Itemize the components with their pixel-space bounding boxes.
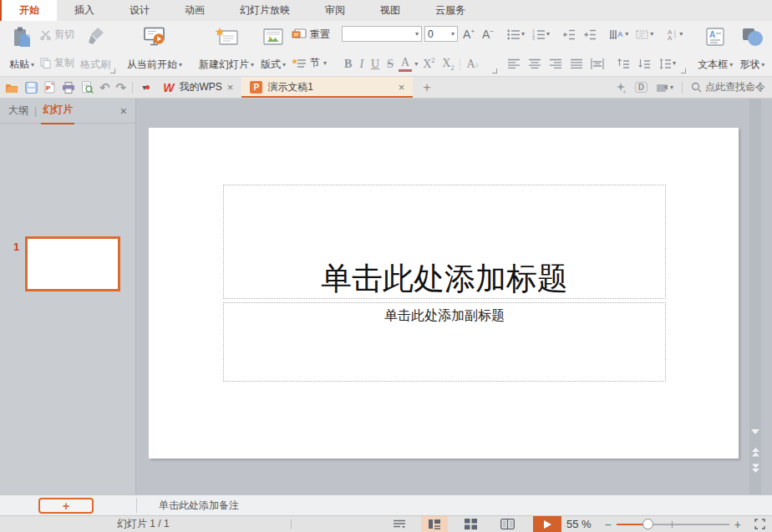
decrease-indent-button[interactable] (560, 26, 578, 43)
layout-button[interactable]: 版式▾ (257, 24, 289, 73)
font-color-dropdown-icon[interactable]: ▾ (414, 61, 418, 68)
reset-button[interactable]: 重置 (289, 27, 333, 43)
font-dialog-launcher-icon[interactable] (492, 68, 497, 73)
clear-format-button[interactable]: A◊ (464, 58, 480, 71)
fit-slide-button[interactable] (746, 519, 772, 529)
align-right-button[interactable] (546, 55, 565, 72)
find-command-box[interactable]: 点此查找命令 (691, 80, 765, 94)
paragraph-dialog-launcher-icon[interactable] (681, 68, 686, 73)
new-slide-button[interactable]: 新建幻灯片▾ (196, 24, 257, 73)
menu-tab-view[interactable]: 视图 (363, 0, 418, 21)
font-color-button[interactable]: A (399, 56, 412, 72)
bold-button[interactable]: B (342, 58, 354, 71)
title-placeholder[interactable]: 单击此处添加标题 (223, 185, 666, 299)
tab-slides[interactable]: 幻灯片 (43, 103, 73, 119)
tab-my-wps-close-icon[interactable]: × (227, 81, 234, 94)
previous-slide-icon[interactable] (751, 447, 760, 457)
customize-toolbar-dropdown-icon[interactable]: ▾ (139, 84, 150, 92)
subscript-button[interactable]: X2 (439, 57, 456, 72)
paste-dropdown-icon[interactable]: ▾ (31, 62, 34, 68)
shrink-font-button[interactable]: A− (480, 28, 496, 41)
numbering-dropdown-icon[interactable]: ▾ (546, 31, 550, 38)
panel-close-icon[interactable]: × (120, 104, 127, 118)
from-current-dropdown-icon[interactable]: ▾ (179, 62, 182, 68)
bullet-dropdown-icon[interactable]: ▾ (521, 31, 525, 38)
menu-tab-slideshow[interactable]: 幻灯片放映 (222, 0, 307, 21)
zoom-slider[interactable] (617, 524, 729, 525)
undo-icon[interactable]: ↶ (99, 81, 110, 94)
copy-button[interactable]: 复制 (38, 55, 77, 71)
open-file-icon[interactable] (5, 82, 19, 94)
menu-tab-insert[interactable]: 插入 (57, 0, 112, 21)
section-dropdown-icon[interactable]: ▾ (323, 60, 327, 67)
increase-indent-button[interactable] (581, 26, 599, 43)
next-slide-icon[interactable] (751, 464, 760, 474)
tab-presentation1[interactable]: P 演示文稿1 × (241, 77, 413, 98)
align-center-button[interactable] (526, 55, 544, 72)
superscript-button[interactable]: X2 (420, 57, 437, 71)
strikethrough-button[interactable]: S (384, 58, 396, 71)
character-spacing-dropdown-icon[interactable]: ▾ (679, 31, 683, 38)
zoom-out-button[interactable]: − (600, 518, 617, 531)
subtitle-placeholder[interactable]: 单击此处添加副标题 (223, 302, 666, 382)
docer-icon[interactable]: D (635, 82, 648, 93)
export-pdf-icon[interactable]: P (43, 81, 56, 94)
bullet-list-button[interactable]: ▾ (505, 26, 527, 43)
print-icon[interactable] (62, 82, 75, 94)
menu-tab-animation[interactable]: 动画 (167, 0, 222, 21)
character-spacing-button[interactable]: AA ▾ (663, 26, 685, 43)
shapes-dropdown-icon[interactable]: ▾ (761, 62, 764, 68)
font-name-combobox[interactable]: ▾ (342, 26, 422, 42)
menu-tab-home[interactable]: 开始 (0, 0, 57, 21)
normal-view-button[interactable] (421, 516, 448, 532)
scroll-down-icon[interactable] (751, 429, 759, 435)
print-preview-icon[interactable] (81, 81, 94, 94)
text-direction-button[interactable]: A ▾ (607, 26, 631, 43)
add-slide-button[interactable]: + (38, 498, 94, 514)
play-slideshow-button[interactable] (533, 516, 561, 532)
slide-sorter-button[interactable] (458, 516, 484, 532)
clipboard-dialog-launcher-icon[interactable] (110, 68, 115, 73)
share-icon[interactable]: ▾ (656, 83, 673, 93)
placeholder-style-button[interactable]: ▾ (633, 26, 656, 43)
section-button[interactable]: 节 ▾ (289, 55, 333, 71)
numbered-list-button[interactable]: 123 ▾ (530, 26, 552, 43)
menu-tab-design[interactable]: 设计 (112, 0, 167, 21)
tab-presentation1-close-icon[interactable]: × (399, 81, 405, 94)
textbox-button[interactable]: A 文本框▾ (694, 24, 736, 73)
decrease-paragraph-spacing-button[interactable] (635, 55, 653, 72)
tab-outline[interactable]: 大纲 (8, 104, 28, 118)
new-document-tab-button[interactable]: + (413, 77, 440, 98)
line-spacing-button[interactable]: ▾ (656, 55, 678, 72)
slide-canvas[interactable]: 单击此处添加标题 单击此处添加副标题 (149, 128, 739, 459)
shapes-button[interactable]: 形状▾ (736, 24, 768, 73)
play-from-current-button[interactable]: 从当前开始▾ (124, 24, 185, 73)
menu-tab-review[interactable]: 审阅 (307, 0, 363, 21)
beautify-icon[interactable] (615, 82, 627, 94)
textbox-dropdown-icon[interactable]: ▾ (729, 62, 733, 68)
vertical-scrollbar[interactable] (749, 99, 761, 494)
notes-toggle-button[interactable] (386, 516, 413, 532)
layout-dropdown-icon[interactable]: ▾ (282, 62, 286, 68)
increase-paragraph-spacing-button[interactable] (614, 55, 632, 72)
menu-tab-cloud[interactable]: 云服务 (418, 0, 483, 21)
underline-button[interactable]: U (368, 58, 382, 71)
placeholder-dropdown-icon[interactable]: ▾ (650, 31, 653, 38)
font-name-dropdown-icon[interactable]: ▾ (415, 31, 419, 38)
text-direction-dropdown-icon[interactable]: ▾ (625, 31, 628, 38)
align-left-button[interactable] (505, 55, 523, 72)
line-spacing-dropdown-icon[interactable]: ▾ (673, 60, 676, 67)
new-slide-dropdown-icon[interactable]: ▾ (251, 62, 254, 68)
notes-placeholder[interactable]: 单击此处添加备注 (159, 499, 239, 513)
zoom-in-button[interactable]: + (729, 518, 746, 531)
tab-my-wps[interactable]: W 我的WPS × (155, 77, 241, 98)
format-painter-button[interactable]: 格式刷 (77, 24, 114, 73)
paste-button[interactable]: 粘贴▾ (6, 24, 38, 73)
font-size-dropdown-icon[interactable]: ▾ (451, 31, 455, 38)
slide-thumbnail[interactable] (25, 236, 120, 291)
redo-icon[interactable]: ↷ (116, 81, 127, 94)
italic-button[interactable]: I (357, 58, 366, 71)
zoom-slider-thumb[interactable] (642, 519, 653, 529)
grow-font-button[interactable]: A+ (460, 28, 477, 41)
justify-button[interactable] (567, 55, 586, 72)
